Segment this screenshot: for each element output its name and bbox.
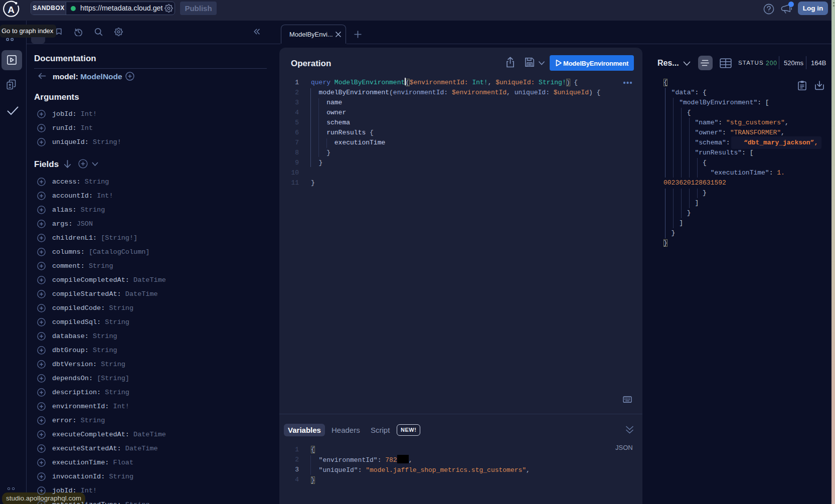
svg-text:A: A — [8, 5, 15, 15]
